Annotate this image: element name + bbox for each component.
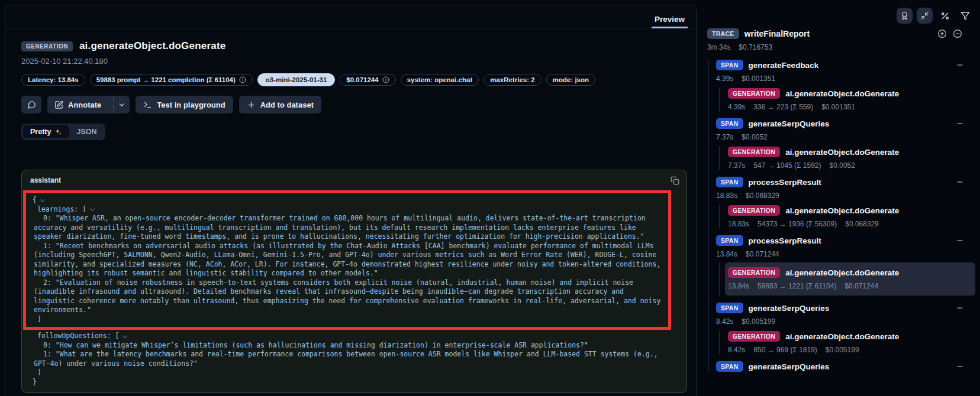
tree-node-span[interactable]: SPAN generateFeedback (716, 60, 972, 70)
panel-body: GENERATION ai.generateObject.doGenerate … (5, 28, 696, 393)
collapse-view-button[interactable] (917, 8, 933, 24)
tab-preview[interactable]: Preview (652, 9, 688, 28)
node-name: ai.generateObject.doGenerate (785, 268, 899, 277)
node-meta: 7.37s 547 → 1045 (Σ 1592) $0.0052 (728, 161, 972, 170)
model-pill[interactable]: o3-mini-2025-01-31 (257, 73, 336, 86)
generation-badge: GENERATION (728, 147, 780, 157)
cost-pill[interactable]: $0.071244 (340, 74, 395, 86)
tree-node-span[interactable]: SPAN processSerpResult (716, 235, 972, 246)
node-tokens: 850 → 969 (Σ 1819) (753, 346, 817, 354)
observation-header: GENERATION ai.generateObject.doGenerate (21, 40, 686, 52)
trace-tree-sidebar: TRACE writeFinalReport 3m 34s $0.716753 … (697, 0, 980, 396)
collapse-node-icon[interactable] (956, 362, 964, 371)
expand-all-icon[interactable] (937, 29, 947, 38)
award-icon (900, 11, 909, 20)
token-usage-pill[interactable]: 59883 prompt → 1221 completion (Σ 61104) (90, 74, 253, 86)
learning-item: 1: "Recent benchmarks on adversarial aud… (33, 242, 665, 278)
info-icon[interactable] (239, 76, 246, 83)
test-in-playground-button[interactable]: Test in playground (136, 96, 233, 113)
show-percentages-button[interactable] (937, 8, 953, 24)
node-name: ai.generateObject.doGenerate (785, 148, 899, 157)
observation-tree: SPAN generateFeedback 4.39s $0.001351 GE… (708, 60, 972, 372)
node-tokens: 336 → 223 (Σ 559) (753, 103, 813, 111)
tree-node-generation[interactable]: GENERATION ai.generateObject.doGenerate (728, 205, 972, 216)
node-duration: 7.37s (728, 161, 745, 170)
json-learnings-close: ] (33, 315, 665, 324)
node-cost: $0.001351 (742, 74, 775, 83)
edit-pencil-icon (54, 100, 63, 109)
node-duration: 7.37s (716, 133, 733, 141)
funnel-icon (960, 11, 970, 21)
collapse-chevron-icon[interactable] (90, 206, 95, 211)
collapse-chevron-icon[interactable] (122, 333, 127, 337)
observation-detail-panel: Preview GENERATION ai.generateObject.doG… (5, 5, 697, 396)
child-generation: GENERATION ai.generateObject.doGenerate … (719, 331, 972, 354)
node-cost: $0.005199 (826, 346, 859, 354)
plus-icon (247, 100, 256, 109)
collapse-all-icon[interactable] (953, 29, 962, 38)
tree-node-span[interactable]: SPAN generateSerpQueries (716, 303, 972, 313)
node-name: ai.generateObject.doGenerate (785, 332, 899, 341)
comment-button[interactable] (21, 96, 41, 113)
sparkles-icon (54, 128, 62, 136)
add-to-dataset-label: Add to dataset (260, 100, 314, 109)
span-badge: SPAN (716, 361, 743, 372)
followup-item: 1: "What are the latency benchmarks and … (33, 350, 677, 368)
node-name: generateSerpQueries (749, 119, 830, 128)
annotate-award-button[interactable] (897, 8, 913, 24)
collapse-node-icon[interactable] (956, 236, 964, 245)
node-cost: $0.005199 (742, 317, 775, 326)
latency-pill: Latency: 13.84s (21, 74, 85, 86)
node-duration: 4.39s (728, 103, 745, 111)
tab-json[interactable]: JSON (69, 125, 104, 138)
child-generation: GENERATION ai.generateObject.doGenerate … (719, 205, 972, 228)
tab-pretty[interactable]: Pretty (23, 125, 69, 138)
system-pill: system: openai.chat (401, 74, 479, 86)
terminal-icon (143, 100, 152, 109)
red-highlight-box: { learnings: [ 0: "Whisper ASR, an open-… (23, 190, 671, 330)
span-group: SPAN generateSerpQueries 8.42s $0.005199… (716, 303, 972, 354)
span-badge: SPAN (716, 303, 743, 313)
selected-node-highlight[interactable]: GENERATION ai.generateObject.doGenerate … (725, 262, 975, 296)
tree-node-span[interactable]: SPAN generateSerpQueries (716, 118, 972, 129)
collapse-node-icon[interactable] (956, 61, 964, 69)
annotate-button[interactable]: Annotate (47, 96, 108, 113)
child-generation: GENERATION ai.generateObject.doGenerate … (719, 262, 972, 296)
filter-button[interactable] (957, 8, 973, 24)
tree-node-generation[interactable]: GENERATION ai.generateObject.doGenerate (728, 147, 972, 157)
child-generation: GENERATION ai.generateObject.doGenerate … (719, 147, 972, 170)
minimize-icon (920, 11, 929, 20)
collapse-chevron-icon[interactable] (40, 197, 45, 202)
collapse-node-icon[interactable] (956, 119, 964, 128)
tree-node-generation-selected[interactable]: GENERATION ai.generateObject.doGenerate (728, 267, 969, 278)
node-duration: 8.42s (716, 317, 733, 326)
info-icon[interactable] (382, 76, 389, 83)
node-cost: $0.068329 (845, 220, 879, 228)
json-followup-close: ] (33, 368, 677, 378)
tree-node-span[interactable]: SPAN processSerpResult (716, 177, 972, 187)
playground-label: Test in playground (157, 100, 225, 109)
mode-pill: mode: json (546, 74, 595, 86)
collapse-node-icon[interactable] (956, 304, 964, 312)
node-meta: 4.39s 336 → 223 (Σ 559) $0.001351 (728, 103, 972, 111)
span-badge: SPAN (716, 177, 743, 187)
copy-icon[interactable] (670, 176, 679, 185)
span-badge: SPAN (716, 118, 743, 129)
collapse-node-icon[interactable] (956, 178, 964, 186)
action-toolbar: Annotate Test in playground Add to d (21, 96, 686, 113)
annotate-label: Annotate (68, 100, 101, 109)
tree-node-span[interactable]: SPAN generateSerpQueries (716, 361, 972, 372)
metadata-pill-row: Latency: 13.84s 59883 prompt → 1221 comp… (21, 73, 686, 86)
node-meta: 18.83s 54373 → 1936 (Σ 56309) $0.068329 (728, 220, 972, 228)
trace-root-node[interactable]: TRACE writeFinalReport (707, 28, 972, 39)
node-meta: 13.84s $0.071244 (716, 250, 972, 258)
json-learnings-key: learnings: [ (33, 205, 665, 215)
node-tokens: 547 → 1045 (Σ 1592) (753, 161, 821, 170)
node-name: ai.generateObject.doGenerate (785, 206, 899, 215)
node-tokens: 59883 → 1221 (Σ 61104) (757, 282, 836, 290)
span-group: SPAN generateSerpQueries 7.37s $0.0052 G… (716, 118, 972, 170)
add-to-dataset-button[interactable]: Add to dataset (239, 96, 321, 113)
tree-node-generation[interactable]: GENERATION ai.generateObject.doGenerate (728, 331, 972, 342)
tree-node-generation[interactable]: GENERATION ai.generateObject.doGenerate (728, 88, 972, 99)
annotate-dropdown-button[interactable] (113, 96, 130, 113)
